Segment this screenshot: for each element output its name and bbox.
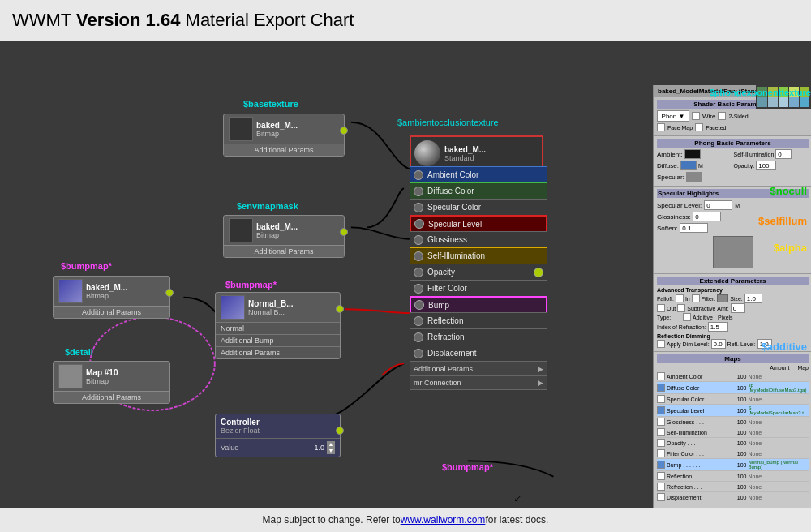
map-selfillum-check[interactable] (657, 428, 665, 436)
phong-params: Ambient: Self-Illumination Diffuse: M Op… (657, 148, 809, 183)
nocull-label: $nocull (770, 185, 807, 197)
node-detail-name: Map #10 (86, 368, 118, 377)
node-addbump-footer[interactable]: Additional Bump (216, 334, 340, 346)
mat-label-reflection: Reflection (427, 316, 463, 325)
specular-row: Specular: (657, 172, 732, 182)
index-row: Index of Refraction: (657, 322, 809, 332)
map-row-ambient: Ambient Color 100 None (657, 371, 809, 382)
size-input[interactable] (744, 294, 762, 303)
transparency-row2: Out Subtractive Amt: (657, 303, 809, 313)
wire-checkbox[interactable] (692, 112, 700, 120)
map-refl-check[interactable] (657, 472, 665, 480)
map-disp-amount: 100 (729, 495, 747, 500)
mat-row-filtercolor: Filter Color (410, 280, 547, 296)
out-radio[interactable] (657, 304, 665, 312)
node-normalb-dot (336, 305, 344, 313)
map-bump-check[interactable] (657, 461, 665, 469)
map-diffuse-check[interactable] (657, 384, 665, 392)
dim-label: Dim Level: (683, 341, 710, 347)
node-envmapmask-footer[interactable]: Additional Params (224, 245, 344, 257)
map-speclevel-check[interactable] (657, 406, 665, 414)
node-detail-footer[interactable]: Additional Params (54, 391, 169, 403)
page-title: WWMT Version 1.64 Material Export Chart (12, 10, 354, 31)
mat-label-bump: Bump (428, 301, 449, 310)
mat-label-specular: Specular Color (427, 203, 481, 212)
subtractive-checkbox[interactable] (677, 304, 685, 312)
thumb-basetexture (229, 117, 253, 141)
ambient-swatch[interactable] (684, 149, 701, 159)
map-speccolor-check[interactable] (657, 395, 665, 403)
map-filterc-check[interactable] (657, 449, 665, 457)
node-basetexture-name: baked_M... (256, 121, 298, 130)
map-selfillum-map: None (749, 430, 809, 435)
node-thumb-normalb: Normal_B... Normal B... (216, 293, 340, 322)
glossiness-input[interactable] (693, 212, 721, 221)
mat-dot-specular (414, 203, 423, 212)
filter-swatch[interactable] (717, 294, 728, 302)
in-radio[interactable] (676, 294, 684, 302)
mat-row-opacity: Opacity (410, 264, 547, 280)
map-opc-check[interactable] (657, 439, 665, 447)
maps-section: Maps Amount Map Ambient Color 100 None (654, 352, 811, 504)
diffuse-m-label: M (698, 163, 703, 169)
title-suffix: Material Export Chart (180, 10, 354, 30)
alpha-label: $alpha (774, 242, 807, 254)
label-detail: $detail (65, 347, 93, 357)
map-refr-label: Refraction . . . (667, 484, 727, 490)
opacity-input[interactable] (756, 161, 776, 170)
mat-row-bump: Bump (410, 296, 547, 312)
shader-dropdown[interactable]: Phon ▼ (657, 110, 689, 122)
ambient-label: Ambient: (657, 151, 683, 158)
facemap-label: Face Map (667, 125, 693, 131)
node-normal-footer[interactable]: Normal (216, 322, 340, 334)
dim-input[interactable] (711, 339, 726, 349)
mat-row-addparams[interactable]: Additional Params ▶ (410, 361, 547, 375)
twosided-checkbox[interactable] (718, 112, 726, 120)
subtractive-label: Subtractive (687, 306, 715, 311)
node-basetexture-footer[interactable]: Additional Params (224, 144, 344, 156)
node-normalb-params-footer[interactable]: Additional Params (216, 346, 340, 358)
refl-dimming-title: Reflection Dimming (657, 333, 809, 339)
phong-basic-title: Phong Basic Parameters (657, 139, 809, 148)
node-controller-stepper[interactable]: ▲ ▼ (327, 441, 335, 454)
map-filterc-map: None (749, 451, 809, 457)
mat-arrow-addparams: ▶ (538, 365, 543, 373)
map-gloss-map: None (749, 419, 809, 425)
ambient-row: Ambient: (657, 149, 732, 159)
speclevel-label: Specular Level: (657, 202, 702, 209)
selfillum-input[interactable] (775, 149, 792, 159)
specular-swatch[interactable] (686, 172, 702, 182)
node-bumpmap-left-footer[interactable]: Additional Params (54, 306, 169, 318)
color-cell-9 (789, 97, 799, 107)
facemap-checkbox[interactable] (657, 123, 665, 131)
map-speclevel-map: S (MyModelSpecularMap3.tga) (749, 405, 809, 415)
faceted-checkbox[interactable] (695, 123, 703, 131)
footer-bar: Map subject to change. Refer to www.wall… (0, 508, 811, 532)
mat-label-glossiness: Glossiness (427, 235, 467, 244)
map-col-header: Map (797, 365, 809, 371)
mat-dot-glossiness (414, 235, 423, 245)
diffuse-swatch[interactable] (680, 161, 697, 170)
amt-input[interactable] (731, 303, 745, 313)
additive-checkbox-rp[interactable] (683, 313, 691, 321)
map-gloss-check[interactable] (657, 418, 665, 426)
mat-row-mrconn[interactable]: mr Connection ▶ (410, 375, 547, 390)
index-input[interactable] (708, 322, 728, 332)
map-speccolor-amount: 100 (729, 397, 747, 402)
node-thumb-detail: Map #10 Bitmap (54, 362, 169, 391)
soften-input[interactable] (680, 223, 708, 233)
node-basetexture: baked_M... Bitmap Additional Params (223, 114, 345, 157)
speclevel-input[interactable] (704, 200, 732, 210)
footer-link[interactable]: www.wallworm.com (401, 514, 486, 526)
map-ambient-check[interactable] (657, 372, 665, 380)
map-disp-check[interactable] (657, 493, 665, 501)
thumb-detail (58, 364, 83, 388)
mat-dot-bump (414, 300, 424, 310)
material-sphere (414, 140, 440, 166)
map-refr-check[interactable] (657, 483, 665, 491)
mat-row-specular: Specular Color (410, 199, 547, 215)
map-speclevel-label: Specular Level (667, 408, 727, 414)
content-area: $basetexture baked_M... Bitmap Additiona… (0, 41, 811, 508)
node-normalb-name: Normal_B... (248, 299, 294, 308)
apply-checkbox[interactable] (657, 340, 665, 348)
